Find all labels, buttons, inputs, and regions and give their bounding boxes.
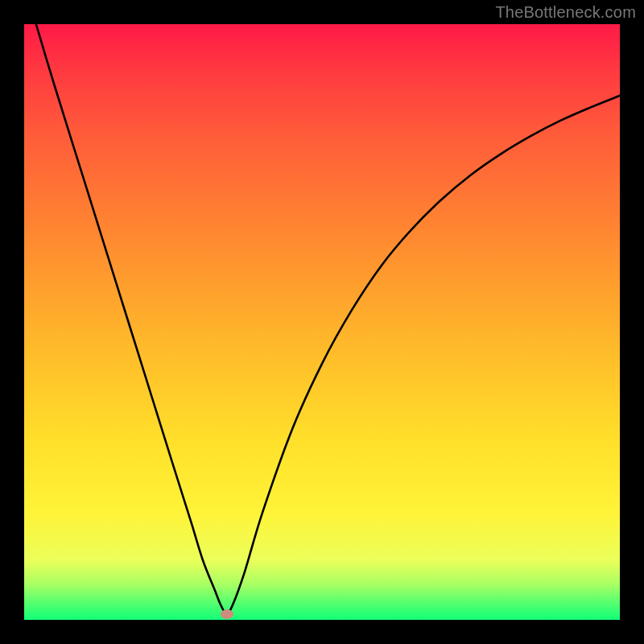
optimum-marker [221,609,233,619]
watermark-text: TheBottleneck.com [495,3,636,22]
plot-area [24,24,620,620]
chart-frame: TheBottleneck.com [0,0,644,644]
bottleneck-curve [36,24,620,614]
curve-layer [24,24,620,620]
